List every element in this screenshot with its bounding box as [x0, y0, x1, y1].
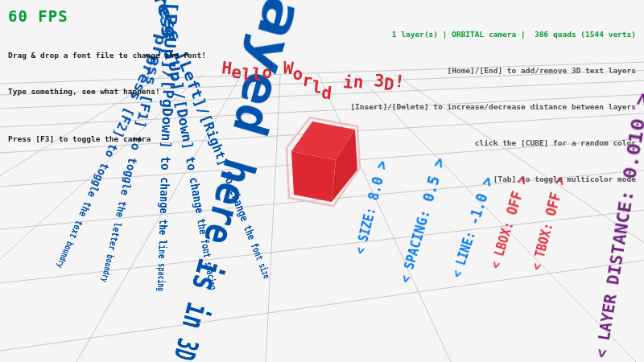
stats-line: 1 layer(s) | ORBITAL camera | 386 quads … [350, 28, 636, 40]
hint-cube-random-color: click the [CUBE] for a random color [350, 137, 636, 149]
cube-front-face[interactable] [291, 151, 336, 202]
hint-drag-drop: Drag & drop a font file to change the fo… [8, 49, 206, 61]
help-panel-left: Drag & drop a font file to change the fo… [8, 25, 206, 157]
hint-type-something: Type something, see what happens! [8, 85, 206, 97]
hint-multicolor-mode: [Tab] to toggle multicolor mode [350, 173, 636, 185]
wave-letter: o [262, 64, 274, 81]
hint-add-remove-layers: [Home]/[End] to add/remove 3D text layer… [350, 64, 636, 76]
hint-toggle-camera: Press [F3] to toggle the camera [8, 133, 206, 145]
wave-letter: d [320, 84, 332, 102]
fps-counter: 60 FPS [8, 7, 68, 25]
hint-layer-distance: [Insert]/[Delete] to increase/decrease d… [350, 101, 636, 113]
help-panel-right: 1 layer(s) | ORBITAL camera | 386 quads … [350, 4, 636, 197]
